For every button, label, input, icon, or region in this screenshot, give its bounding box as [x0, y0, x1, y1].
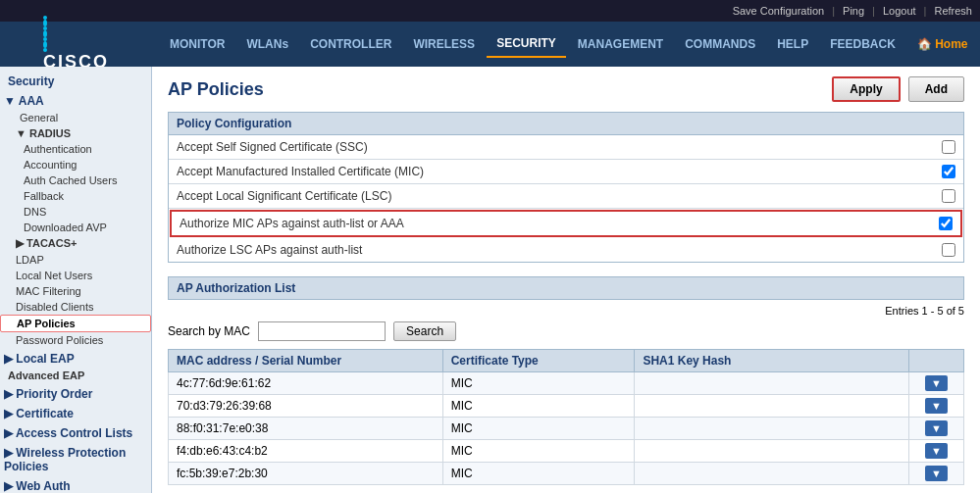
apply-button[interactable]: Apply — [832, 76, 900, 102]
policy-label-authorize-mic: Authorize MIC APs against auth-list or A… — [180, 217, 931, 230]
cell-action: ▼ — [909, 418, 964, 440]
sidebar-item-radius[interactable]: ▼ RADIUS — [0, 125, 151, 141]
policy-row-ssc: Accept Self Signed Certificate (SSC) — [169, 135, 963, 160]
header: CISCO MONITOR WLANs CONTROLLER WIRELESS … — [0, 22, 980, 67]
policy-row-authorize-lsc: Authorize LSC APs against auth-list — [169, 238, 963, 262]
sidebar-item-advanced-eap[interactable]: Advanced EAP — [0, 368, 151, 383]
col-header-sha: SHA1 Key Hash — [635, 350, 909, 372]
cell-action: ▼ — [909, 440, 964, 463]
cell-cert: MIC — [442, 372, 635, 395]
search-input[interactable] — [258, 321, 386, 341]
sidebar-item-tacacs[interactable]: ▶ TACACS+ — [0, 235, 151, 252]
sidebar-item-downloaded-avp[interactable]: Downloaded AVP — [0, 220, 151, 235]
ping-link[interactable]: Ping — [843, 5, 864, 17]
policy-checkbox-lsc[interactable] — [942, 189, 955, 203]
col-header-mac: MAC address / Serial Number — [169, 350, 443, 372]
policy-table: Accept Self Signed Certificate (SSC) Acc… — [168, 135, 964, 263]
row-action-button[interactable]: ▼ — [925, 398, 948, 414]
cell-mac: 88:f0:31:7e:e0:38 — [169, 418, 443, 440]
cell-cert: MIC — [442, 440, 635, 463]
sidebar-item-general[interactable]: General — [0, 110, 151, 125]
ap-auth-table: MAC address / Serial Number Certificate … — [168, 349, 964, 485]
policy-row-lsc: Accept Local Significant Certificate (LS… — [169, 184, 963, 209]
table-row: 88:f0:31:7e:e0:38 MIC ▼ — [169, 418, 964, 440]
table-row: f4:db:e6:43:c4:b2 MIC ▼ — [169, 440, 964, 463]
policy-row-mic: Accept Manufactured Installed Certificat… — [169, 160, 963, 184]
sidebar-item-password-policies[interactable]: Password Policies — [0, 332, 151, 348]
top-bar-links: Save Configuration | Ping | Logout | Ref… — [733, 5, 972, 17]
nav-controller[interactable]: CONTROLLER — [300, 31, 401, 57]
nav-wlans[interactable]: WLANs — [236, 31, 298, 57]
add-button[interactable]: Add — [908, 76, 964, 102]
table-row: 4c:77:6d:9e:61:62 MIC ▼ — [169, 372, 964, 395]
page-title: AP Policies — [168, 79, 264, 100]
sidebar-wireless-protection[interactable]: ▶ Wireless Protection Policies — [0, 442, 151, 475]
main-content: AP Policies Apply Add Policy Configurati… — [152, 67, 980, 493]
nav-feedback[interactable]: FEEDBACK — [820, 31, 905, 57]
policy-config-header: Policy Configuration — [168, 112, 964, 135]
search-button[interactable]: Search — [393, 321, 456, 341]
sidebar-item-ap-policies[interactable]: AP Policies — [0, 315, 151, 332]
policy-label-mic: Accept Manufactured Installed Certificat… — [177, 165, 934, 178]
sidebar-priority-order[interactable]: ▶ Priority Order — [0, 383, 151, 403]
cell-mac: f4:db:e6:43:c4:b2 — [169, 440, 443, 463]
sidebar-item-dns[interactable]: DNS — [0, 204, 151, 220]
row-action-button[interactable]: ▼ — [925, 420, 948, 436]
col-header-action — [909, 350, 964, 372]
cell-sha — [635, 463, 909, 485]
cell-action: ▼ — [909, 463, 964, 485]
policy-checkbox-mic[interactable] — [942, 165, 955, 178]
auth-list-title: AP Authorization List — [168, 276, 964, 300]
cell-cert: MIC — [442, 463, 635, 485]
nav-home[interactable]: 🏠 Home — [907, 31, 978, 57]
entries-count: Entries 1 - 5 of 5 — [168, 304, 964, 318]
sidebar-aaa[interactable]: ▼ AAA — [0, 90, 151, 110]
cell-mac: 70:d3:79:26:39:68 — [169, 395, 443, 418]
cell-action: ▼ — [909, 372, 964, 395]
row-action-button[interactable]: ▼ — [925, 375, 948, 391]
policy-checkbox-authorize-lsc[interactable] — [942, 243, 955, 257]
row-action-button[interactable]: ▼ — [925, 443, 948, 459]
nav-bar: MONITOR WLANs CONTROLLER WIRELESS SECURI… — [152, 22, 980, 67]
nav-wireless[interactable]: WIRELESS — [403, 31, 485, 57]
top-bar: Save Configuration | Ping | Logout | Ref… — [0, 0, 980, 22]
nav-management[interactable]: MANAGEMENT — [568, 31, 673, 57]
policy-label-ssc: Accept Self Signed Certificate (SSC) — [177, 140, 934, 154]
nav-monitor[interactable]: MONITOR — [160, 31, 234, 57]
action-buttons: Apply Add — [832, 76, 964, 102]
sidebar-section-title: Security — [0, 71, 151, 90]
cell-cert: MIC — [442, 395, 635, 418]
cell-cert: MIC — [442, 418, 635, 440]
cisco-dots-icon — [43, 16, 109, 52]
nav-security[interactable]: SECURITY — [487, 30, 566, 58]
sidebar: Security ▼ AAA General ▼ RADIUS Authenti… — [0, 67, 152, 493]
sidebar-item-mac-filter[interactable]: MAC Filtering — [0, 283, 151, 299]
policy-checkbox-ssc[interactable] — [942, 140, 955, 154]
sidebar-item-authentication[interactable]: Authentication — [0, 141, 151, 157]
sidebar-web-auth[interactable]: ▶ Web Auth — [0, 475, 151, 493]
logo-area: CISCO — [0, 22, 152, 67]
sidebar-acl[interactable]: ▶ Access Control Lists — [0, 422, 151, 442]
col-header-cert: Certificate Type — [442, 350, 635, 372]
refresh-link[interactable]: Refresh — [934, 5, 972, 17]
sidebar-local-eap[interactable]: ▶ Local EAP — [0, 348, 151, 368]
cell-action: ▼ — [909, 395, 964, 418]
policy-label-lsc: Accept Local Significant Certificate (LS… — [177, 189, 934, 203]
sidebar-item-auth-cached[interactable]: Auth Cached Users — [0, 173, 151, 188]
table-row: fc:5b:39:e7:2b:30 MIC ▼ — [169, 463, 964, 485]
cell-mac: 4c:77:6d:9e:61:62 — [169, 372, 443, 395]
nav-commands[interactable]: COMMANDS — [675, 31, 765, 57]
sidebar-certificate[interactable]: ▶ Certificate — [0, 403, 151, 422]
auth-list-header: AP Authorization List — [168, 276, 964, 300]
nav-help[interactable]: HELP — [767, 31, 818, 57]
policy-checkbox-authorize-mic[interactable] — [939, 217, 953, 230]
logout-link[interactable]: Logout — [883, 5, 916, 17]
sidebar-item-local-net[interactable]: Local Net Users — [0, 268, 151, 283]
sidebar-item-ldap[interactable]: LDAP — [0, 252, 151, 268]
row-action-button[interactable]: ▼ — [925, 466, 948, 481]
save-config-link[interactable]: Save Configuration — [733, 5, 825, 17]
sidebar-item-fallback[interactable]: Fallback — [0, 188, 151, 204]
sidebar-item-accounting[interactable]: Accounting — [0, 157, 151, 173]
sidebar-item-disabled-clients[interactable]: Disabled Clients — [0, 299, 151, 315]
cell-sha — [635, 395, 909, 418]
